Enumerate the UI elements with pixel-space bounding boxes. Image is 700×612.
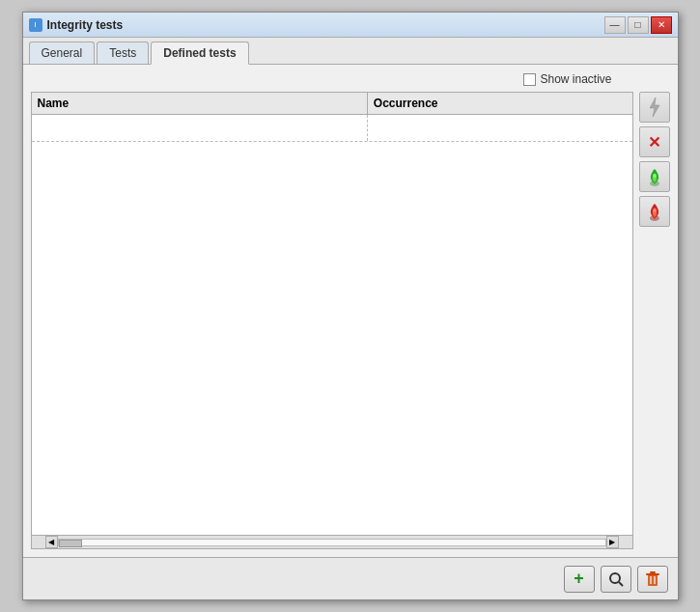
show-inactive-row: Show inactive — [31, 72, 670, 86]
scroll-right-arrow[interactable]: ▶ — [606, 536, 619, 548]
window-icon: I — [29, 18, 42, 32]
red-action-button[interactable] — [639, 196, 670, 227]
scroll-track[interactable] — [58, 539, 606, 546]
svg-point-2 — [653, 174, 657, 178]
svg-marker-0 — [650, 97, 659, 117]
side-delete-button[interactable]: ✕ — [639, 126, 670, 157]
scroll-thumb[interactable] — [59, 540, 82, 547]
tabs-bar: General Tests Defined tests — [23, 38, 678, 65]
search-icon — [608, 571, 624, 587]
svg-point-4 — [653, 209, 657, 212]
main-window: I Integrity tests — □ ✕ General Tests De… — [22, 12, 679, 600]
lightning-button[interactable] — [639, 92, 670, 123]
svg-rect-9 — [650, 571, 656, 573]
side-buttons: ✕ — [639, 92, 670, 549]
window-title: Integrity tests — [47, 18, 124, 32]
green-flame-icon — [646, 167, 663, 186]
row-occ-cell — [368, 115, 632, 141]
bottom-bar: + — [23, 557, 678, 599]
tab-tests[interactable]: Tests — [97, 42, 149, 64]
search-button[interactable] — [601, 566, 631, 593]
tab-defined-tests[interactable]: Defined tests — [151, 42, 248, 65]
show-inactive-checkbox[interactable] — [523, 73, 536, 86]
title-bar-left: I Integrity tests — [29, 18, 124, 32]
col-occurrence-header: Occurrence — [368, 93, 632, 114]
scroll-left-arrow[interactable]: ◀ — [45, 536, 58, 548]
green-action-button[interactable] — [639, 161, 670, 192]
minimize-button[interactable]: — — [604, 16, 626, 34]
svg-rect-8 — [646, 573, 659, 575]
trash-icon — [645, 570, 660, 588]
row-name-cell — [32, 115, 368, 141]
table-body[interactable] — [32, 115, 632, 535]
main-section: Name Occurrence ◀ ▶ — [31, 92, 670, 549]
delete-x-icon: ✕ — [648, 133, 660, 152]
svg-point-5 — [610, 573, 620, 583]
title-controls: — □ ✕ — [604, 16, 672, 34]
content-area: Show inactive Name Occurrence — [23, 65, 678, 557]
red-flame-icon — [646, 202, 663, 221]
close-button[interactable]: ✕ — [651, 16, 672, 34]
maximize-button[interactable]: □ — [628, 16, 649, 34]
title-bar: I Integrity tests — □ ✕ — [23, 13, 678, 38]
delete-button[interactable] — [637, 566, 668, 593]
add-icon: + — [574, 569, 584, 589]
table-panel: Name Occurrence ◀ ▶ — [31, 92, 633, 549]
svg-rect-7 — [648, 574, 658, 586]
horizontal-scrollbar[interactable]: ◀ ▶ — [32, 535, 632, 548]
tab-general[interactable]: General — [29, 42, 96, 64]
lightning-icon — [646, 97, 663, 117]
show-inactive-label[interactable]: Show inactive — [523, 72, 611, 86]
table-header: Name Occurrence — [32, 93, 632, 115]
table-row[interactable] — [32, 115, 632, 142]
show-inactive-text: Show inactive — [540, 72, 611, 86]
svg-line-6 — [619, 582, 623, 586]
add-button[interactable]: + — [564, 566, 595, 593]
col-name-header: Name — [32, 93, 368, 114]
